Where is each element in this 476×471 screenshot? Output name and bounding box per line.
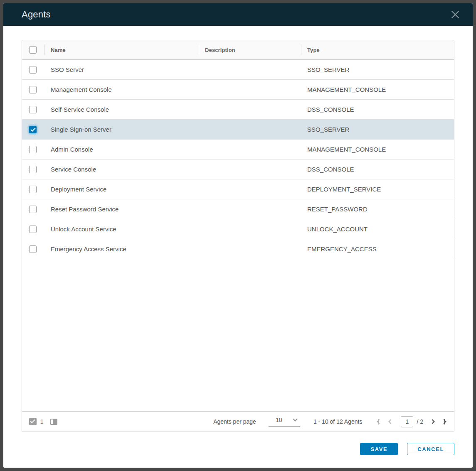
agent-name: Single Sign-on Server: [44, 120, 199, 139]
row-checkbox-cell: [22, 199, 44, 219]
agent-name: Management Console: [44, 80, 199, 99]
row-checkbox[interactable]: [29, 186, 37, 193]
page-input[interactable]: [401, 416, 413, 427]
row-checkbox[interactable]: [29, 206, 37, 213]
agent-name: Deployment Service: [44, 179, 199, 199]
column-header-type: Type: [301, 40, 454, 59]
agent-type: DSS_CONSOLE: [301, 100, 454, 119]
row-checkbox[interactable]: [29, 126, 37, 133]
row-checkbox[interactable]: [29, 86, 37, 93]
agent-type: EMERGENCY_ACCESS: [301, 239, 454, 259]
per-page-value: 10: [276, 417, 282, 423]
row-checkbox-cell: [22, 159, 44, 179]
table-row[interactable]: Self-Service Console DSS_CONSOLE: [22, 100, 454, 120]
row-checkbox-cell: [22, 140, 44, 159]
next-page-icon: [430, 419, 434, 424]
agent-name: Admin Console: [44, 140, 199, 159]
row-checkbox-cell: [22, 179, 44, 199]
table-row[interactable]: Single Sign-on Server SSO_SERVER: [22, 120, 454, 140]
modal-body: Name Description Type SSO Server SSO_SER…: [3, 26, 473, 468]
row-checkbox[interactable]: [29, 66, 37, 74]
agent-description: [199, 140, 301, 159]
agent-description: [199, 80, 301, 99]
column-picker-icon[interactable]: [50, 419, 57, 425]
row-checkbox-cell: [22, 100, 44, 119]
agent-type: SSO_SERVER: [301, 60, 454, 79]
row-checkbox-cell: [22, 80, 44, 99]
selected-items-icon: [29, 418, 37, 425]
agent-name: Emergency Access Service: [44, 239, 199, 259]
agent-description: [199, 120, 301, 139]
agent-type: MANAGEMENT_CONSOLE: [301, 80, 454, 99]
row-checkbox[interactable]: [29, 226, 37, 233]
page-range-text: 1 - 10 of 12 Agents: [313, 418, 363, 425]
column-header-description: Description: [199, 40, 301, 59]
close-icon: [449, 9, 461, 20]
last-page-icon: [441, 419, 446, 424]
first-page-button[interactable]: [376, 417, 382, 426]
row-checkbox[interactable]: [29, 146, 37, 153]
agent-description: [199, 199, 301, 219]
page-size-select[interactable]: 10: [269, 417, 300, 427]
agent-name: Self-Service Console: [44, 100, 199, 119]
agent-type: SSO_SERVER: [301, 120, 454, 139]
save-button[interactable]: SAVE: [360, 443, 398, 455]
table-body: SSO Server SSO_SERVER Management Console…: [22, 60, 454, 259]
agent-type: MANAGEMENT_CONSOLE: [301, 140, 454, 159]
page-title: Agents: [22, 9, 51, 20]
agent-name: Unlock Account Service: [44, 219, 199, 239]
agent-type: UNLOCK_ACCOUNT: [301, 219, 454, 239]
table-row[interactable]: Unlock Account Service UNLOCK_ACCOUNT: [22, 219, 454, 239]
close-button[interactable]: [449, 9, 461, 20]
table-row[interactable]: Emergency Access Service EMERGENCY_ACCES…: [22, 239, 454, 259]
row-checkbox-cell: [22, 120, 44, 139]
table-row[interactable]: Deployment Service DEPLOYMENT_SERVICE: [22, 179, 454, 199]
table-row[interactable]: Admin Console MANAGEMENT_CONSOLE: [22, 140, 454, 159]
agent-name: SSO Server: [44, 60, 199, 79]
prev-page-icon: [389, 419, 393, 424]
cancel-button[interactable]: CANCEL: [407, 443, 454, 455]
agent-description: [199, 60, 301, 79]
datagrid-footer: 1 Agents per page 10 1 - 10 of 12 Agents…: [22, 411, 454, 432]
agent-description: [199, 100, 301, 119]
row-checkbox-cell: [22, 239, 44, 259]
table-empty-area: [22, 259, 454, 411]
page-total-text: / 2: [417, 418, 423, 425]
select-all-checkbox[interactable]: [29, 46, 37, 54]
table-row[interactable]: Service Console DSS_CONSOLE: [22, 159, 454, 179]
agent-description: [199, 239, 301, 259]
agent-description: [199, 159, 301, 179]
column-header-name: Name: [44, 40, 199, 59]
last-page-button[interactable]: [441, 417, 447, 426]
agent-type: DSS_CONSOLE: [301, 159, 454, 179]
agents-modal: Agents Name Description Type SSO Server …: [3, 3, 473, 468]
per-page-label: Agents per page: [213, 418, 256, 425]
row-checkbox[interactable]: [29, 245, 37, 253]
next-page-button[interactable]: [429, 418, 436, 425]
row-checkbox-cell: [22, 219, 44, 239]
prev-page-button[interactable]: [387, 418, 394, 425]
action-bar: SAVE CANCEL: [22, 443, 454, 455]
row-checkbox[interactable]: [29, 106, 37, 113]
row-checkbox[interactable]: [29, 166, 37, 173]
table-row[interactable]: SSO Server SSO_SERVER: [22, 60, 454, 80]
modal-header: Agents: [3, 3, 473, 26]
agent-description: [199, 219, 301, 239]
agents-datagrid: Name Description Type SSO Server SSO_SER…: [22, 40, 454, 432]
select-all-cell: [22, 40, 44, 59]
agent-type: RESET_PASSWORD: [301, 199, 454, 219]
selected-count: 1: [40, 418, 44, 425]
chevron-down-icon: [293, 417, 297, 421]
agent-type: DEPLOYMENT_SERVICE: [301, 179, 454, 199]
row-checkbox-cell: [22, 60, 44, 79]
table-row[interactable]: Reset Password Service RESET_PASSWORD: [22, 199, 454, 219]
agent-name: Reset Password Service: [44, 199, 199, 219]
agent-description: [199, 179, 301, 199]
table-row[interactable]: Management Console MANAGEMENT_CONSOLE: [22, 80, 454, 100]
agent-name: Service Console: [44, 159, 199, 179]
table-header-row: Name Description Type: [22, 40, 454, 60]
